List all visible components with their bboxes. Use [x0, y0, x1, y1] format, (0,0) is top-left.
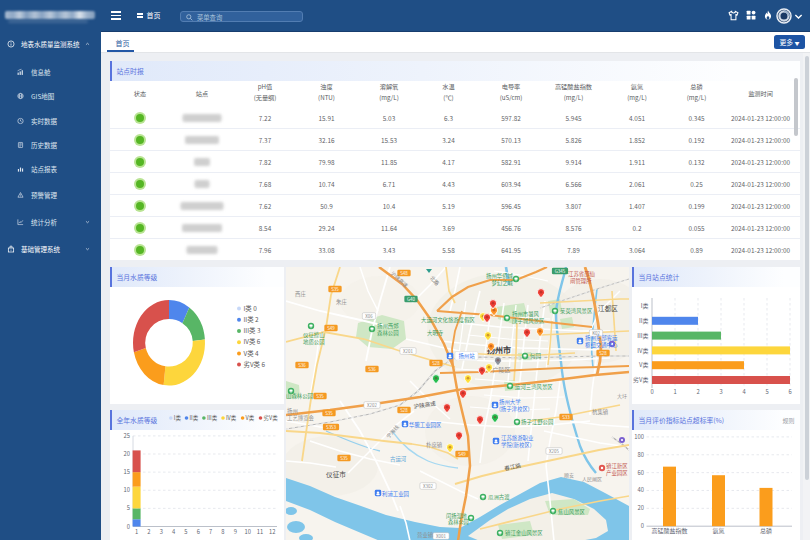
svg-text:I类: I类 — [174, 414, 182, 422]
svg-text:学院(新校区): 学院(新校区) — [501, 441, 532, 449]
svg-text:广陵区: 广陵区 — [493, 365, 511, 374]
svg-text:森林公园: 森林公园 — [377, 329, 399, 337]
svg-text:11: 11 — [257, 526, 263, 535]
svg-text:S28: S28 — [599, 349, 607, 355]
svg-text:4: 4 — [172, 526, 176, 535]
svg-text:I类 0: I类 0 — [244, 304, 258, 313]
svg-text:唐子城风景区: 唐子城风景区 — [512, 317, 545, 325]
svg-text:0: 0 — [127, 521, 130, 530]
svg-text:运河三湾风景区: 运河三湾风景区 — [515, 383, 553, 391]
svg-text:0: 0 — [650, 387, 653, 396]
svg-text:S28: S28 — [400, 406, 408, 412]
svg-text:镇江金山风景区: 镇江金山风景区 — [505, 529, 543, 537]
svg-text:利浦工业园: 利浦工业园 — [382, 490, 409, 498]
svg-text:I类: I类 — [641, 301, 649, 310]
svg-text:营业镇: 营业镇 — [417, 530, 434, 538]
svg-text:总磷: 总磷 — [760, 525, 772, 534]
svg-text:朱庄: 朱庄 — [336, 298, 347, 306]
svg-text:6: 6 — [788, 387, 791, 396]
svg-text:劣V类: 劣V类 — [633, 375, 648, 384]
svg-text:杭集镇: 杭集镇 — [592, 408, 609, 416]
svg-text:瓜洲古渡: 瓜洲古渡 — [488, 493, 510, 501]
svg-text:60: 60 — [638, 467, 644, 476]
svg-text:氨氮: 氨氮 — [712, 525, 724, 534]
svg-text:S35: S35 — [325, 409, 333, 415]
svg-text:江都区: 江都区 — [598, 303, 618, 313]
svg-text:大圩: 大圩 — [617, 392, 627, 400]
svg-text:3: 3 — [160, 526, 163, 535]
svg-text:仪征市: 仪征市 — [326, 469, 346, 479]
svg-text:朴席镇: 朴席镇 — [426, 441, 443, 449]
svg-text:2: 2 — [696, 387, 699, 396]
svg-text:高锰酸盐指数: 高锰酸盐指数 — [651, 525, 687, 534]
svg-text:20: 20 — [124, 449, 130, 458]
svg-text:II类: II类 — [190, 414, 199, 422]
svg-text:闸管理所: 闸管理所 — [570, 277, 592, 285]
svg-text:25: 25 — [124, 430, 130, 439]
svg-text:6: 6 — [197, 526, 200, 535]
svg-text:40: 40 — [638, 485, 644, 494]
svg-text:II类: II类 — [639, 316, 649, 325]
svg-text:X202: X202 — [367, 401, 377, 407]
svg-text:山森林公园: 山森林公园 — [286, 392, 313, 400]
svg-text:15: 15 — [124, 467, 130, 476]
svg-text:IV类 6: IV类 6 — [244, 337, 261, 346]
svg-text:8: 8 — [221, 526, 224, 535]
svg-text:III类 3: III类 3 — [244, 326, 261, 335]
svg-text:X205: X205 — [549, 447, 559, 453]
svg-text:扬州站: 扬州站 — [458, 352, 475, 360]
svg-text:地质公园: 地质公园 — [303, 338, 325, 346]
svg-text:S35: S35 — [316, 392, 324, 398]
svg-text:工艺博览会: 工艺博览会 — [287, 414, 315, 422]
svg-text:9: 9 — [234, 526, 237, 535]
svg-text:4: 4 — [742, 387, 746, 396]
svg-text:产业园区: 产业园区 — [606, 469, 628, 477]
svg-text:人民闸区: 人民闸区 — [582, 475, 602, 483]
svg-text:80: 80 — [638, 449, 644, 458]
svg-text:IV类: IV类 — [637, 346, 648, 355]
svg-text:20: 20 — [638, 503, 644, 512]
svg-text:G345: G345 — [555, 267, 566, 273]
svg-text:梦幻之城: 梦幻之城 — [491, 279, 513, 287]
svg-text:S49: S49 — [327, 324, 335, 330]
svg-text:5: 5 — [184, 526, 187, 535]
svg-text:12: 12 — [269, 526, 275, 535]
svg-text:G40: G40 — [407, 295, 415, 301]
svg-text:大明寺: 大明寺 — [427, 329, 444, 337]
svg-text:0: 0 — [641, 521, 644, 530]
svg-text:V类: V类 — [639, 360, 648, 369]
svg-text:1: 1 — [135, 526, 138, 535]
svg-text:X001: X001 — [436, 532, 446, 538]
svg-text:焦山风景区: 焦山风景区 — [558, 508, 586, 516]
svg-text:V类 4: V类 4 — [244, 349, 259, 358]
svg-text:S353: S353 — [326, 423, 336, 429]
svg-text:5: 5 — [765, 387, 768, 396]
svg-text:IV类: IV类 — [226, 414, 237, 422]
svg-text:劣V类 6: 劣V类 6 — [244, 360, 266, 369]
svg-text:S28: S28 — [432, 359, 440, 365]
svg-text:森林公园: 森林公园 — [448, 518, 469, 526]
svg-text:华騰工业园区: 华騰工业园区 — [409, 421, 442, 429]
svg-text:何园: 何园 — [530, 352, 541, 360]
svg-text:(扬子津校区): (扬子津校区) — [499, 405, 530, 413]
svg-text:S35: S35 — [331, 285, 339, 291]
svg-text:10: 10 — [244, 526, 250, 535]
svg-text:S33: S33 — [562, 413, 570, 419]
svg-text:III类: III类 — [207, 414, 218, 422]
svg-text:古运河: 古运河 — [390, 455, 407, 463]
svg-text:100: 100 — [634, 431, 644, 440]
svg-text:V类: V类 — [246, 414, 255, 422]
svg-text:西庄: 西庄 — [295, 290, 306, 298]
svg-text:枢纽交通中心: 枢纽交通中心 — [585, 341, 618, 349]
svg-text:S36: S36 — [298, 361, 306, 367]
svg-text:X302: X302 — [423, 482, 433, 488]
svg-text:S49: S49 — [458, 450, 466, 456]
svg-text:顺安: 顺安 — [564, 471, 574, 479]
svg-text:大运河文化旅游度假区: 大运河文化旅游度假区 — [421, 316, 476, 324]
svg-text:S36: S36 — [368, 365, 376, 371]
svg-text:II类 2: II类 2 — [244, 315, 260, 324]
svg-text:2: 2 — [147, 526, 150, 535]
svg-text:III类: III类 — [637, 331, 648, 340]
svg-text:5: 5 — [127, 503, 130, 512]
svg-text:7: 7 — [209, 526, 212, 535]
